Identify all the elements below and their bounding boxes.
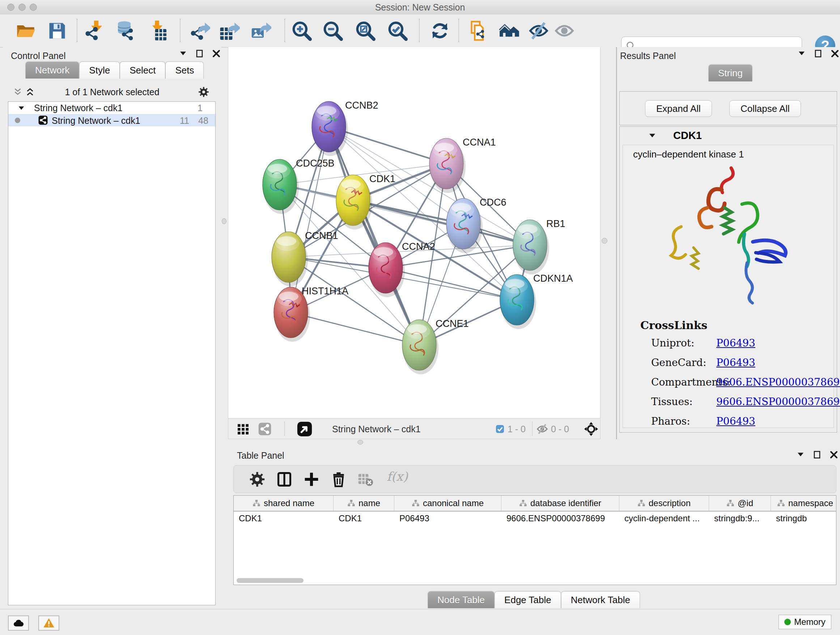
column-header-id[interactable]: @id <box>709 496 771 511</box>
network-options-gear-icon[interactable] <box>198 87 209 97</box>
table-row[interactable]: CDK1CDK1P064939606.ENSP00000378699cyclin… <box>234 511 836 525</box>
column-header-description[interactable]: description <box>619 496 709 511</box>
horizontal-splitter[interactable] <box>228 439 840 446</box>
float-panel-icon[interactable] <box>796 450 805 459</box>
export-network-button[interactable] <box>190 21 210 41</box>
column-header-namespace[interactable]: namespace <box>771 496 836 511</box>
copy-network-button[interactable] <box>468 21 488 41</box>
crosslink-link[interactable]: P06493 <box>716 356 755 369</box>
apply-layout-button[interactable] <box>430 21 450 41</box>
node-label: CCNB2 <box>345 100 378 111</box>
tab-select[interactable]: Select <box>120 62 165 79</box>
float-panel-icon[interactable] <box>179 49 187 58</box>
sort-icon <box>253 499 261 507</box>
tab-edge-table[interactable]: Edge Table <box>494 591 561 608</box>
zoom-in-icon <box>292 21 312 41</box>
horizontal-splitter-handle[interactable] <box>357 440 363 445</box>
save-session-button[interactable] <box>47 21 67 41</box>
zoom-selected-button[interactable] <box>387 21 408 41</box>
cloud-services-button[interactable] <box>8 616 29 631</box>
collection-expand-icon[interactable] <box>17 104 25 112</box>
tab-string[interactable]: String <box>708 65 752 81</box>
table-cell: CDK1 <box>333 511 394 525</box>
close-panel-icon[interactable] <box>829 450 838 459</box>
network-node-cdc6[interactable] <box>447 198 483 253</box>
tab-style[interactable]: Style <box>79 62 120 79</box>
section-collapse-icon[interactable] <box>648 131 657 140</box>
function-builder-icon: f(x) <box>387 469 408 484</box>
column-header-database-identifier[interactable]: database identifier <box>501 496 619 511</box>
zoom-selected-icon <box>387 21 408 41</box>
network-node-cdc25b[interactable] <box>263 159 299 214</box>
column-header-canonical-name[interactable]: canonical name <box>394 496 501 511</box>
save-session-icon <box>47 21 67 41</box>
zoom-in-button[interactable] <box>292 21 312 41</box>
tab-network-table[interactable]: Network Table <box>561 591 640 608</box>
table-horizontal-scrollbar[interactable] <box>237 578 303 583</box>
maximize-panel-icon[interactable] <box>195 49 204 58</box>
crosslink-row: Pharos:P06493 <box>651 415 829 427</box>
network-edge[interactable] <box>291 312 419 345</box>
tab-network[interactable]: Network <box>25 62 79 79</box>
expand-all-button[interactable]: Expand All <box>645 100 712 117</box>
close-panel-icon[interactable] <box>831 49 839 58</box>
zoom-window-button[interactable] <box>30 4 37 11</box>
export-table-button[interactable] <box>219 21 240 41</box>
node-table[interactable]: shared namenamecanonical namedatabase id… <box>233 495 836 585</box>
crosslink-link[interactable]: 9606.ENSP00000378699 <box>716 396 840 408</box>
left-splitter-handle[interactable] <box>222 218 226 224</box>
delete-column-icon[interactable] <box>331 471 347 487</box>
import-network-from-database-button[interactable] <box>115 21 136 41</box>
footer-separator <box>284 421 285 436</box>
hide-selected-button[interactable] <box>529 21 549 41</box>
maximize-panel-icon[interactable] <box>813 450 821 459</box>
close-panel-icon[interactable] <box>212 49 221 58</box>
hidden-items-eye-icon[interactable] <box>537 423 548 435</box>
crosslink-link[interactable]: P06493 <box>716 415 755 427</box>
maximize-panel-icon[interactable] <box>814 49 823 58</box>
add-column-icon[interactable] <box>303 471 319 487</box>
close-window-button[interactable] <box>7 4 14 11</box>
import-network-from-file-button[interactable] <box>84 21 104 41</box>
collection-count: 1 <box>197 103 202 113</box>
show-columns-icon[interactable] <box>276 471 292 487</box>
warnings-button[interactable] <box>38 616 59 631</box>
birds-eye-view-icon[interactable] <box>297 421 312 437</box>
network-node-ccnb2[interactable] <box>312 101 348 156</box>
show-all-button[interactable] <box>554 21 575 41</box>
network-node-ccne1[interactable] <box>402 320 439 374</box>
selected-nodes-checkbox-icon[interactable] <box>496 424 504 433</box>
export-image-button[interactable] <box>251 21 271 41</box>
network-row-selected[interactable]: String Network – cdk1 11 48 <box>8 114 215 126</box>
network-collection-row[interactable]: String Network – cdk1 1 <box>8 102 215 114</box>
open-session-button[interactable] <box>16 21 36 41</box>
zoom-out-button[interactable] <box>323 21 343 41</box>
toolbar-separator <box>458 19 459 42</box>
network-node-cdkn1a[interactable] <box>500 274 536 329</box>
crosslink-link[interactable]: P06493 <box>716 337 755 349</box>
right-splitter-handle[interactable] <box>602 238 607 244</box>
memory-button[interactable]: Memory <box>778 615 831 629</box>
share-view-icon[interactable] <box>258 423 271 435</box>
pan-crosshair-icon[interactable] <box>584 422 598 436</box>
float-panel-icon[interactable] <box>797 49 806 58</box>
table-options-gear-icon[interactable] <box>249 471 265 487</box>
crosslink-link[interactable]: 9606.ENSP00000378699 <box>716 376 840 388</box>
collapse-all-button[interactable]: Collapse All <box>729 100 801 117</box>
network-node-ccna2[interactable] <box>369 242 405 297</box>
minimize-window-button[interactable] <box>19 4 26 11</box>
import-table-from-file-button[interactable] <box>148 21 168 41</box>
node-label: CDC6 <box>480 197 507 208</box>
grid-view-icon[interactable] <box>237 423 249 435</box>
tab-sets[interactable]: Sets <box>165 62 204 79</box>
network-node-rb1[interactable] <box>513 220 549 274</box>
first-neighbors-button[interactable] <box>499 21 519 41</box>
network-node-ccnb1[interactable] <box>272 232 308 287</box>
network-view-canvas[interactable]: CCNB2CCNA1CDC25BCDK1CDC6RB1CCNB1CCNA2CDK… <box>228 47 600 418</box>
column-header-shared-name[interactable]: shared name <box>234 496 333 511</box>
zoom-fit-content-button[interactable] <box>355 21 376 41</box>
zoom-fit-content-icon <box>355 21 376 41</box>
column-header-name[interactable]: name <box>333 496 394 511</box>
tab-node-table[interactable]: Node Table <box>428 591 494 608</box>
node-label: CDK1 <box>369 173 395 184</box>
